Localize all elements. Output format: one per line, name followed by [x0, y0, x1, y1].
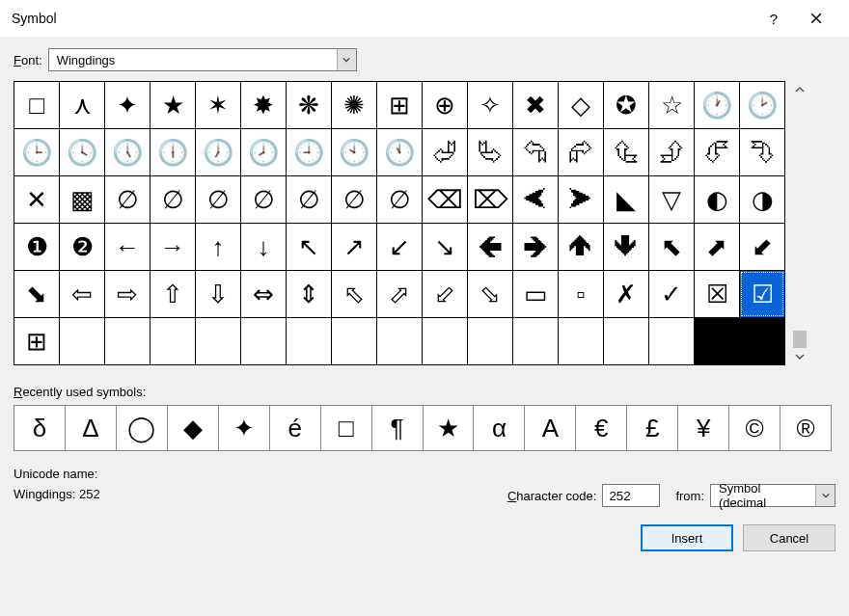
symbol-cell[interactable]: ▽ [649, 176, 694, 223]
insert-button[interactable]: Insert [641, 524, 733, 551]
symbol-cell[interactable] [287, 318, 331, 364]
symbol-cell[interactable]: ✶ [196, 82, 240, 128]
symbol-cell[interactable]: ⇕ [287, 271, 331, 317]
symbol-cell[interactable] [196, 318, 240, 364]
symbol-cell[interactable]: ▫ [559, 271, 603, 317]
symbol-cell[interactable]: ∅ [151, 176, 195, 223]
symbol-cell[interactable]: ✧ [468, 82, 512, 128]
symbol-cell[interactable]: ⬁ [332, 271, 376, 317]
symbol-cell[interactable]: ✗ [604, 271, 648, 317]
symbol-cell[interactable]: ⬊ [14, 271, 59, 317]
symbol-cell[interactable]: ⇧ [151, 271, 195, 317]
symbol-cell[interactable] [559, 318, 603, 364]
symbol-cell[interactable]: ✸ [241, 82, 286, 128]
symbol-cell[interactable] [468, 318, 512, 364]
symbol-cell[interactable]: ◣ [604, 176, 648, 223]
symbol-cell[interactable]: ❋ [287, 82, 331, 128]
symbol-cell[interactable]: ◇ [559, 82, 603, 128]
recent-symbol-cell[interactable]: ◆ [168, 406, 218, 450]
symbol-cell[interactable]: ⮜ [513, 176, 558, 223]
symbol-cell[interactable] [377, 318, 422, 364]
symbol-cell[interactable]: ∅ [105, 176, 150, 223]
symbol-cell[interactable]: 🕐 [695, 82, 739, 128]
symbol-cell[interactable]: ✦ [105, 82, 150, 128]
symbol-cell[interactable]: 🕘 [287, 129, 331, 175]
recent-symbol-cell[interactable]: ¥ [678, 406, 728, 450]
recent-symbol-cell[interactable]: ◯ [117, 406, 167, 450]
scroll-thumb[interactable] [793, 331, 807, 348]
symbol-cell[interactable]: ✖ [513, 82, 558, 128]
symbol-cell[interactable]: ⌫ [423, 176, 467, 223]
symbol-cell[interactable]: ⊕ [423, 82, 467, 128]
symbol-cell[interactable]: ⊞ [14, 318, 59, 364]
symbol-cell[interactable]: ⮞ [559, 176, 603, 223]
symbol-cell[interactable] [105, 318, 150, 364]
symbol-cell[interactable]: ∅ [241, 176, 286, 223]
symbol-cell[interactable]: ↙ [377, 224, 422, 270]
symbol-cell[interactable]: ▩ [60, 176, 104, 223]
symbol-cell[interactable]: 🕙 [332, 129, 376, 175]
symbol-cell[interactable] [513, 318, 558, 364]
recent-symbol-cell[interactable]: α [474, 406, 524, 450]
recent-symbol-cell[interactable]: £ [627, 406, 677, 450]
recent-symbol-cell[interactable]: ✦ [219, 406, 269, 450]
recent-symbol-cell[interactable]: é [270, 406, 320, 450]
symbol-cell[interactable]: ⬂ [468, 271, 512, 317]
symbol-cell[interactable]: ⇩ [196, 271, 240, 317]
symbol-cell[interactable] [151, 318, 195, 364]
symbol-cell[interactable]: ✓ [649, 271, 694, 317]
symbol-cell[interactable]: ⮳ [559, 129, 603, 175]
recent-symbol-cell[interactable]: ¶ [372, 406, 423, 450]
symbol-cell[interactable]: ↓ [241, 224, 286, 270]
font-dropdown[interactable]: Wingdings [48, 48, 357, 71]
symbol-cell[interactable]: ⋏ [60, 82, 104, 128]
symbol-cell[interactable]: ⬀ [377, 271, 422, 317]
symbol-cell[interactable]: 🡸 [468, 224, 512, 270]
symbol-cell[interactable]: ⮱ [468, 129, 512, 175]
symbol-cell[interactable]: 🡻 [604, 224, 648, 270]
symbol-cell[interactable] [332, 318, 376, 364]
symbol-cell[interactable]: 🡺 [513, 224, 558, 270]
symbol-cell[interactable]: 🕓 [60, 129, 104, 175]
recent-symbol-cell[interactable]: A [525, 406, 575, 450]
symbol-cell[interactable]: ∅ [196, 176, 240, 223]
symbol-cell[interactable]: → [151, 224, 195, 270]
symbol-cell[interactable]: ◐ [695, 176, 739, 223]
symbol-cell[interactable] [604, 318, 648, 364]
symbol-cell[interactable]: ↑ [196, 224, 240, 270]
symbol-cell[interactable]: ⮰ [423, 129, 467, 175]
symbol-cell[interactable]: ⮶ [695, 129, 739, 175]
help-button[interactable]: ? [753, 0, 795, 37]
symbol-cell[interactable]: ☆ [649, 82, 694, 128]
symbol-cell[interactable]: 🕑 [740, 82, 784, 128]
symbol-cell[interactable]: ← [105, 224, 150, 270]
scroll-track[interactable] [791, 98, 808, 348]
symbol-cell[interactable]: ⌦ [468, 176, 512, 223]
symbol-cell[interactable]: ⇔ [241, 271, 286, 317]
symbol-cell[interactable]: ⬋ [740, 224, 784, 270]
symbol-cell[interactable] [649, 318, 694, 364]
symbol-cell[interactable]: ∅ [377, 176, 422, 223]
recent-symbol-cell[interactable]: © [729, 406, 780, 450]
symbol-cell[interactable]: ⮲ [513, 129, 558, 175]
symbol-cell[interactable]: ↖ [287, 224, 331, 270]
recent-symbol-cell[interactable]: δ [14, 406, 65, 450]
symbol-cell[interactable]: ⬃ [423, 271, 467, 317]
symbol-cell[interactable]: ↗ [332, 224, 376, 270]
recent-symbol-cell[interactable]: ★ [424, 406, 474, 450]
symbol-cell[interactable]: ∅ [332, 176, 376, 223]
chevron-down-icon[interactable] [815, 485, 835, 506]
symbol-cell[interactable]: ◑ [740, 176, 784, 223]
symbol-cell[interactable]: 🕚 [377, 129, 422, 175]
symbol-cell[interactable]: 🕒 [14, 129, 59, 175]
symbol-cell[interactable]: ❷ [60, 224, 104, 270]
symbol-cell[interactable] [423, 318, 467, 364]
symbol-cell[interactable]: 🕖 [196, 129, 240, 175]
symbol-cell[interactable]: ☑ [740, 271, 784, 317]
symbol-cell[interactable]: ↘ [423, 224, 467, 270]
scroll-up-button[interactable] [791, 81, 808, 98]
symbol-cell[interactable]: 🡹 [559, 224, 603, 270]
scroll-down-button[interactable] [791, 348, 808, 365]
chevron-down-icon[interactable] [337, 49, 356, 70]
symbol-cell[interactable]: ⬈ [695, 224, 739, 270]
